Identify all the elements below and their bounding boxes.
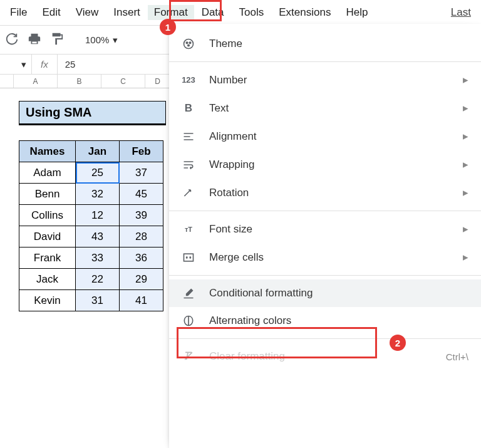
- chevron-right-icon: ▸: [463, 73, 468, 86]
- menu-rotation-label: Rotation: [209, 187, 249, 199]
- cell-name-1[interactable]: Benn: [19, 184, 76, 205]
- theme-icon: [182, 38, 195, 50]
- menu-wrapping[interactable]: Wrapping ▸: [169, 150, 481, 179]
- formula-input[interactable]: 25: [58, 59, 83, 70]
- chevron-down-icon: ▾: [21, 59, 26, 70]
- cell-feb-6[interactable]: 41: [120, 290, 163, 311]
- menu-insert[interactable]: Insert: [106, 4, 148, 21]
- chevron-down-icon: ▾: [113, 34, 118, 46]
- font-size-icon: тT: [182, 226, 195, 233]
- svg-point-1: [186, 42, 188, 44]
- menu-font-size-label: Font size: [209, 223, 252, 236]
- header-feb[interactable]: Feb: [120, 141, 163, 162]
- menu-help[interactable]: Help: [338, 4, 375, 21]
- redo-icon[interactable]: [5, 32, 19, 48]
- data-table: Names Jan Feb Adam 25 37 Benn 32 45 Coll…: [19, 140, 163, 311]
- menu-alignment[interactable]: Alignment ▸: [169, 122, 481, 150]
- svg-point-3: [188, 44, 190, 46]
- print-icon[interactable]: [28, 32, 41, 48]
- chevron-right-icon: ▸: [463, 186, 468, 199]
- clear-format-icon: [182, 350, 195, 363]
- cell-jan-1[interactable]: 32: [76, 184, 120, 205]
- col-header-d[interactable]: D: [145, 75, 170, 88]
- chevron-right-icon: ▸: [463, 222, 468, 236]
- select-all-corner[interactable]: [0, 75, 14, 88]
- col-header-b[interactable]: B: [58, 75, 101, 88]
- cell-name-3[interactable]: David: [19, 226, 76, 247]
- cell-feb-3[interactable]: 28: [120, 226, 163, 247]
- cell-jan-3[interactable]: 43: [76, 226, 120, 247]
- menu-text[interactable]: B Text ▸: [169, 94, 481, 122]
- conditional-icon: [182, 287, 195, 300]
- menu-data[interactable]: Data: [194, 4, 232, 21]
- cell-name-5[interactable]: Jack: [19, 269, 76, 290]
- number-icon: 123: [182, 75, 195, 85]
- chevron-right-icon: ▸: [463, 251, 468, 264]
- menu-file[interactable]: File: [3, 4, 34, 21]
- menu-number-label: Number: [209, 74, 247, 86]
- chevron-right-icon: ▸: [463, 102, 468, 115]
- menu-merge-label: Merge cells: [209, 251, 264, 264]
- cell-feb-0[interactable]: 37: [120, 162, 163, 184]
- chevron-right-icon: ▸: [463, 130, 468, 143]
- menu-theme[interactable]: Theme: [169, 30, 481, 58]
- cell-jan-0[interactable]: 25: [76, 162, 120, 184]
- menu-conditional-label: Conditional formatting: [209, 287, 313, 300]
- menu-clear-label: Clear formatting: [209, 350, 285, 363]
- menu-tools[interactable]: Tools: [232, 4, 272, 21]
- header-names[interactable]: Names: [19, 141, 76, 162]
- svg-point-0: [184, 39, 194, 49]
- cell-name-2[interactable]: Collins: [19, 205, 76, 226]
- header-jan[interactable]: Jan: [76, 141, 120, 162]
- menu-alternating-colors[interactable]: Alternating colors: [169, 307, 481, 335]
- format-menu-dropdown: Theme 123 Number ▸ B Text ▸ Alignment ▸ …: [169, 24, 481, 448]
- cell-feb-4[interactable]: 36: [120, 247, 163, 269]
- bold-icon: B: [182, 102, 195, 115]
- menu-format[interactable]: Format: [148, 5, 194, 20]
- fx-label: fx: [31, 55, 58, 74]
- cell-jan-4[interactable]: 33: [76, 247, 120, 269]
- menu-merge-cells[interactable]: Merge cells ▸: [169, 243, 481, 271]
- menu-rotation[interactable]: Rotation ▸: [169, 179, 481, 207]
- cell-jan-5[interactable]: 22: [76, 269, 120, 290]
- col-header-a[interactable]: A: [14, 75, 58, 88]
- menu-text-label: Text: [209, 102, 229, 115]
- menu-edit[interactable]: Edit: [34, 4, 68, 21]
- menu-clear-formatting[interactable]: Clear formatting Ctrl+\: [169, 343, 481, 370]
- alternating-icon: [182, 315, 195, 327]
- cell-feb-5[interactable]: 29: [120, 269, 163, 290]
- rotation-icon: [182, 187, 195, 199]
- cell-name-4[interactable]: Frank: [19, 247, 76, 269]
- svg-point-2: [189, 42, 191, 44]
- cell-jan-2[interactable]: 12: [76, 205, 120, 226]
- svg-rect-4: [184, 254, 194, 261]
- zoom-value: 100%: [85, 34, 109, 45]
- cell-name-6[interactable]: Kevin: [19, 290, 76, 311]
- merge-icon: [182, 251, 195, 264]
- clear-shortcut: Ctrl+\: [446, 352, 468, 362]
- menu-conditional-formatting[interactable]: Conditional formatting: [169, 279, 481, 307]
- menu-number[interactable]: 123 Number ▸: [169, 66, 481, 94]
- paint-format-icon[interactable]: [50, 32, 64, 48]
- menu-alignment-label: Alignment: [209, 130, 257, 143]
- col-header-c[interactable]: C: [101, 75, 145, 88]
- name-box[interactable]: ▾: [0, 59, 31, 70]
- menu-theme-label: Theme: [209, 38, 242, 50]
- cell-feb-1[interactable]: 45: [120, 184, 163, 205]
- menubar: File Edit View Insert Format Data Tools …: [0, 0, 481, 26]
- chevron-right-icon: ▸: [463, 158, 468, 171]
- wrap-icon: [182, 159, 195, 171]
- menu-last-edit[interactable]: Last: [443, 4, 478, 21]
- menu-view[interactable]: View: [68, 4, 106, 21]
- menu-alternating-label: Alternating colors: [209, 315, 291, 327]
- zoom-selector[interactable]: 100% ▾: [85, 34, 118, 46]
- menu-wrapping-label: Wrapping: [209, 159, 254, 171]
- menu-extensions[interactable]: Extensions: [271, 4, 338, 21]
- menu-font-size[interactable]: тT Font size ▸: [169, 215, 481, 243]
- cell-name-0[interactable]: Adam: [19, 162, 76, 184]
- cell-jan-6[interactable]: 31: [76, 290, 120, 311]
- cell-feb-2[interactable]: 39: [120, 205, 163, 226]
- align-icon: [182, 130, 195, 143]
- title-banner[interactable]: Using SMA: [19, 101, 166, 125]
